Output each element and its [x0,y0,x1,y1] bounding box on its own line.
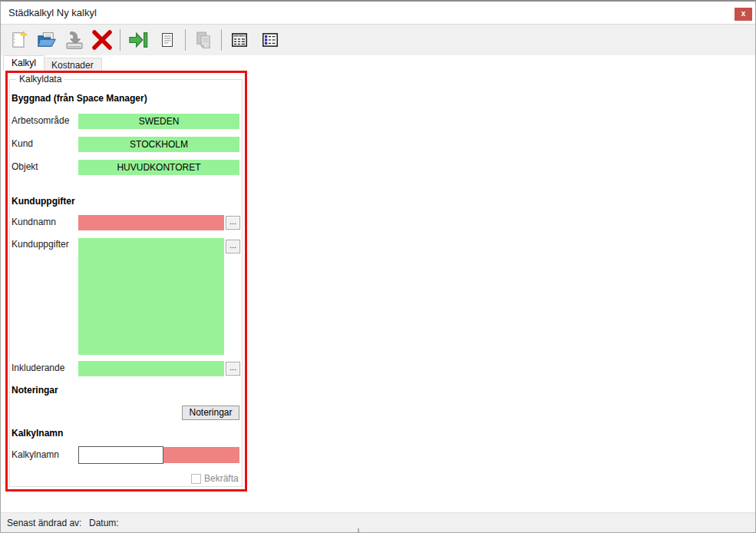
kunduppgifter-browse-button[interactable]: ... [226,240,240,253]
kundnamn-label: Kundnamn [12,217,56,227]
section-noteringar: Noteringar [12,385,58,396]
toolbar [1,25,755,55]
groupbox-title: Kalkyldata [16,74,64,84]
details-icon [260,30,280,50]
date-label: Datum: [89,518,119,528]
delete-icon [91,28,114,51]
kundnamn-field[interactable] [78,215,224,230]
open-folder-icon [36,29,58,51]
details-view-button[interactable] [256,27,284,53]
tab-kalkyl[interactable]: Kalkyl [3,55,45,71]
section-byggnad: Byggnad (från Space Manager) [12,93,147,104]
kunduppgifter-label: Kunduppgifter [12,239,69,250]
kalkylnamn-invalid-indicator [163,447,239,463]
new-calculation-button[interactable] [5,27,33,53]
kunduppgifter-textarea[interactable] [78,238,224,355]
inkluderande-browse-button[interactable]: ... [226,362,240,376]
section-kunduppgifter: Kunduppgifter [12,196,75,207]
status-bar: Senast ändrad av: Datum: [1,512,755,532]
bekrafta-checkbox[interactable] [191,474,201,484]
arbetsomrade-label: Arbetsområde [12,115,69,126]
kund-field: STOCKHOLM [78,137,239,152]
app-window: Städkalkyl Ny kalkyl x [0,0,756,533]
close-button[interactable]: x [735,8,752,21]
objekt-label: Objekt [12,161,38,172]
toolbar-separator [185,29,186,51]
new-document-icon [9,30,29,50]
delete-button[interactable] [88,27,116,53]
save-icon [64,29,85,51]
report-icon [158,31,177,49]
tab-kostnader[interactable]: Kostnader [43,58,102,71]
toolbar-separator [120,29,120,51]
title-bar: Städkalkyl Ny kalkyl x [1,2,755,25]
import-icon [127,29,149,51]
tab-strip: Kalkyl Kostnader [1,55,755,71]
objekt-field: HUVUDKONTORET [78,160,239,175]
open-button[interactable] [33,27,61,53]
last-changed-label: Senast ändrad av: [7,518,81,528]
kalkyldata-panel: Kalkyldata Byggnad (från Space Manager) … [5,71,247,492]
table-view-button[interactable] [226,27,253,53]
inkluderande-field[interactable] [78,361,224,376]
table-icon [229,30,249,50]
report-button[interactable] [154,27,181,53]
noteringar-button[interactable]: Noteringar [182,406,239,420]
bekrafta-row: Bekräfta [191,473,239,484]
kalkylnamn-label: Kalkylnamn [12,449,59,460]
window-title: Städkalkyl Ny kalkyl [8,7,97,18]
toolbar-separator [221,29,222,51]
save-button[interactable] [61,27,88,53]
arbetsomrade-field: SWEDEN [78,114,239,129]
copy-icon [193,29,214,51]
statusbar-separator [358,528,359,532]
kalkylnamn-input[interactable] [78,446,163,464]
kundnamn-browse-button[interactable]: ... [226,216,240,230]
inkluderande-label: Inkluderande [12,363,64,373]
section-kalkylnamn: Kalkylnamn [12,428,63,439]
copy-button[interactable] [190,27,217,53]
import-button[interactable] [124,27,152,53]
kund-label: Kund [12,138,33,149]
bekrafta-label: Bekräfta [204,473,239,484]
